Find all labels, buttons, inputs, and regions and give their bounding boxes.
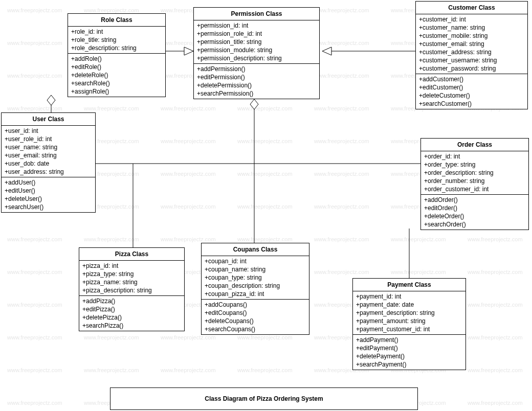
class-member: +coupan_id: int xyxy=(205,257,306,265)
class-member: +permission_title: string xyxy=(197,38,316,46)
svg-marker-5 xyxy=(322,47,331,55)
class-member: +role_title: string xyxy=(71,36,162,44)
class-member: +editCustomer() xyxy=(419,83,524,92)
class-member: +user_dob: date xyxy=(5,159,92,168)
diagram-caption: Class Diagram of Pizza Ordering System xyxy=(110,387,418,410)
class-member: +searchOrder() xyxy=(424,220,525,229)
class-member: +addPermission() xyxy=(197,65,316,73)
class-title: Order Class xyxy=(421,139,528,151)
class-member: +searchPizza() xyxy=(82,322,181,330)
class-member: +user_email: string xyxy=(5,151,92,159)
class-member: +searchCoupans() xyxy=(205,325,306,333)
class-member: +deleteCoupans() xyxy=(205,317,306,325)
class-member: +addPizza() xyxy=(82,297,181,305)
class-member: +deleteOrder() xyxy=(424,212,525,220)
class-member: +customer_address: string xyxy=(419,48,524,56)
class-member: +coupan_description: string xyxy=(205,282,306,290)
class-member: +permission_description: string xyxy=(197,54,316,62)
class-member: +customer_name: string xyxy=(419,24,524,32)
class-attributes: +pizza_id: int+pizza_type: string+pizza_… xyxy=(79,261,184,296)
class-member: +editRole() xyxy=(71,63,162,71)
class-member: +payment_description: string xyxy=(356,309,462,317)
svg-marker-1 xyxy=(47,95,55,105)
class-member: +editPermission() xyxy=(197,73,316,81)
class-member: +editCoupans() xyxy=(205,309,306,317)
class-member: +deletePermission() xyxy=(197,81,316,89)
class-member: +coupan_type: string xyxy=(205,273,306,282)
class-member: +searchRole() xyxy=(71,79,162,87)
class-member: +pizza_description: string xyxy=(82,286,181,294)
class-member: +user_address: string xyxy=(5,168,92,176)
class-member: +assignRole() xyxy=(71,87,162,96)
class-member: +order_number: string xyxy=(424,177,525,185)
class-title: Permission Class xyxy=(194,8,319,20)
class-member: +deleteRole() xyxy=(71,71,162,79)
class-member: +user_id: int xyxy=(5,127,92,135)
class-member: +role_id: int xyxy=(71,28,162,36)
class-operations: +addCustomer()+editCustomer()+deleteCust… xyxy=(416,74,527,109)
class-title: Coupans Class xyxy=(202,243,309,256)
class-member: +deletePayment() xyxy=(356,352,462,360)
class-operations: +addPizza()+editPizza()+deletePizza()+se… xyxy=(79,296,184,331)
class-member: +customer_id: int xyxy=(419,15,524,24)
class-member: +deletePizza() xyxy=(82,313,181,322)
class-title: Role Class xyxy=(68,14,165,27)
class-member: +editPayment() xyxy=(356,344,462,352)
class-member: +user_name: string xyxy=(5,143,92,151)
class-member: +permission_role_id: int xyxy=(197,30,316,38)
class-member: +coupan_pizza_id: int xyxy=(205,290,306,298)
class-role: Role Class +role_id: int+role_title: str… xyxy=(68,13,166,97)
class-member: +addUser() xyxy=(5,178,92,187)
class-pizza: Pizza Class +pizza_id: int+pizza_type: s… xyxy=(79,247,185,331)
class-member: +order_description: string xyxy=(424,169,525,177)
class-member: +editPizza() xyxy=(82,305,181,313)
class-member: +payment_id: int xyxy=(356,292,462,301)
class-payment: Payment Class +payment_id: int+payment_d… xyxy=(352,278,466,370)
class-operations: +addCoupans()+editCoupans()+deleteCoupan… xyxy=(202,300,309,334)
class-member: +pizza_name: string xyxy=(82,278,181,286)
class-member: +addCustomer() xyxy=(419,75,524,83)
class-member: +deleteCustomer() xyxy=(419,92,524,100)
class-attributes: +payment_id: int+payment_date: date+paym… xyxy=(353,291,465,335)
class-title: Customer Class xyxy=(416,2,527,14)
class-member: +addRole() xyxy=(71,55,162,63)
class-operations: +addPermission()+editPermission()+delete… xyxy=(194,64,319,99)
class-customer: Customer Class +customer_id: int+custome… xyxy=(415,1,528,109)
class-member: +searchUser() xyxy=(5,203,92,211)
class-member: +customer_mobile: string xyxy=(419,32,524,40)
class-member: +coupan_name: string xyxy=(205,265,306,273)
class-member: +payment_amount: string xyxy=(356,317,462,325)
class-operations: +addOrder()+editOrder()+deleteOrder()+se… xyxy=(421,195,528,230)
class-member: +addOrder() xyxy=(424,196,525,204)
class-member: +customer_password: string xyxy=(419,64,524,73)
class-member: +order_customer_id: int xyxy=(424,185,525,193)
class-operations: +addRole()+editRole()+deleteRole()+searc… xyxy=(68,54,165,97)
class-member: +customer_email: string xyxy=(419,40,524,48)
class-attributes: +customer_id: int+customer_name: string+… xyxy=(416,14,527,74)
class-member: +pizza_id: int xyxy=(82,262,181,270)
class-attributes: +order_id: int+order_type: string+order_… xyxy=(421,151,528,195)
class-member: +order_id: int xyxy=(424,152,525,161)
class-member: +order_type: string xyxy=(424,161,525,169)
class-member: +searchPermission() xyxy=(197,89,316,98)
class-attributes: +user_id: int+user_role_id: int+user_nam… xyxy=(2,126,95,177)
class-title: Pizza Class xyxy=(79,248,184,261)
class-member: +addPayment() xyxy=(356,336,462,344)
class-member: +payment_date: date xyxy=(356,301,462,309)
class-member: +deleteUser() xyxy=(5,195,92,203)
class-attributes: +role_id: int+role_title: string+role_de… xyxy=(68,27,165,54)
class-title: User Class xyxy=(2,113,95,126)
class-order: Order Class +order_id: int+order_type: s… xyxy=(420,138,529,230)
class-operations: +addPayment()+editPayment()+deletePaymen… xyxy=(353,335,465,370)
class-member: +searchCustomer() xyxy=(419,100,524,108)
class-coupans: Coupans Class +coupan_id: int+coupan_nam… xyxy=(201,243,309,335)
class-member: +permission_module: string xyxy=(197,46,316,54)
class-user: User Class +user_id: int+user_role_id: i… xyxy=(1,112,96,213)
class-member: +searchPayment() xyxy=(356,360,462,369)
svg-marker-7 xyxy=(250,99,258,109)
class-member: +role_description: string xyxy=(71,44,162,52)
class-member: +payment_customer_id: int xyxy=(356,325,462,333)
class-member: +user_role_id: int xyxy=(5,135,92,143)
class-permission: Permission Class +permission_id: int+per… xyxy=(193,7,320,99)
class-member: +editOrder() xyxy=(424,204,525,212)
